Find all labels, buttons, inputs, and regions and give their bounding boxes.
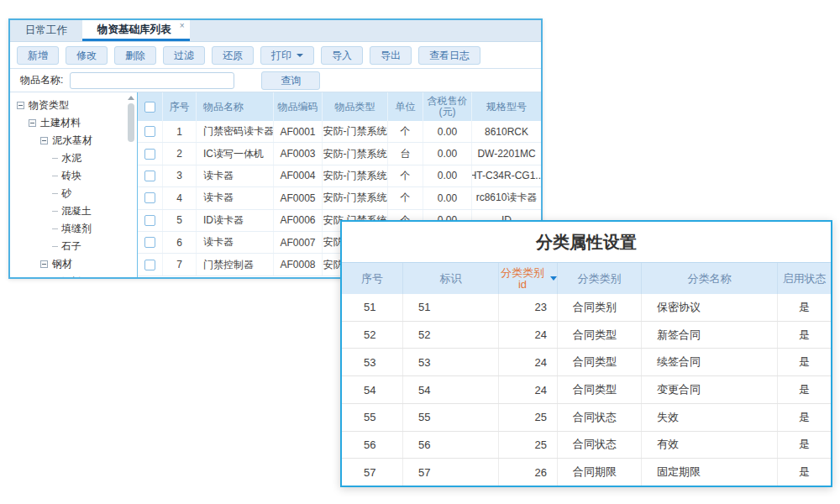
- column-header-item-code[interactable]: 物品编码: [274, 92, 323, 121]
- scroll-up-icon[interactable]: [128, 96, 134, 100]
- column-header-item-type[interactable]: 物品类型: [323, 92, 388, 121]
- item-name-link[interactable]: 门禁控制器: [197, 254, 274, 275]
- import-button[interactable]: 导入: [321, 46, 363, 65]
- item-name-link[interactable]: 门禁密码读卡器: [197, 121, 274, 142]
- item-code-link[interactable]: AF0007: [274, 232, 323, 253]
- table-row[interactable]: 55 55 25 合同状态 失效 是: [342, 404, 831, 432]
- tree-node[interactable]: 填缝剂: [15, 220, 125, 238]
- delete-button[interactable]: 删除: [114, 46, 156, 65]
- item-name-input[interactable]: [70, 72, 234, 89]
- tree-node[interactable]: 土建材料: [15, 114, 125, 132]
- column-header-category-name[interactable]: 分类名称: [642, 263, 778, 294]
- close-tab-icon[interactable]: ×: [180, 21, 185, 30]
- cell-mark: 54: [403, 376, 499, 403]
- item-code-link[interactable]: AF0008: [274, 254, 323, 275]
- item-name-link[interactable]: IC读写一体机: [197, 143, 274, 164]
- tab-bar: 日常工作 物资基础库列表 ×: [10, 20, 541, 42]
- cell-seq: 5: [163, 210, 197, 231]
- sort-desc-icon[interactable]: [550, 276, 557, 281]
- row-checkbox[interactable]: [144, 126, 155, 137]
- column-header-unit[interactable]: 单位: [388, 92, 423, 121]
- column-header-category[interactable]: 分类类别: [558, 263, 642, 294]
- row-checkbox[interactable]: [144, 237, 155, 248]
- table-row[interactable]: 2 IC读写一体机 AF0003 安防-门禁系统 台 0.00 DW-2201M…: [138, 143, 541, 165]
- item-code-link[interactable]: AF0006: [274, 210, 323, 231]
- table-row[interactable]: 3 读卡器 AF0004 安防-门禁系统 个 0.00 HT-C34R-CG1.…: [138, 165, 541, 187]
- item-code-link[interactable]: AF0005: [274, 187, 323, 208]
- cell-price: 0.00: [423, 187, 472, 208]
- cell-mark: 57: [403, 459, 499, 486]
- item-code-link[interactable]: AF0001: [274, 121, 323, 142]
- row-checkbox[interactable]: [144, 171, 155, 181]
- query-button[interactable]: 查询: [261, 71, 320, 90]
- item-name-link[interactable]: ID读卡器: [197, 210, 274, 231]
- filter-button[interactable]: 过滤: [163, 46, 205, 65]
- edit-button[interactable]: 修改: [66, 46, 108, 65]
- column-header-seq[interactable]: 序号: [342, 263, 403, 294]
- collapse-icon[interactable]: [40, 260, 48, 268]
- cell-mark: 51: [403, 294, 499, 321]
- item-name-link[interactable]: 读卡器: [197, 232, 274, 253]
- tree-node[interactable]: 混凝土: [15, 202, 125, 220]
- view-log-button[interactable]: 查看日志: [418, 46, 480, 65]
- tree-node[interactable]: 钢板: [15, 273, 125, 277]
- row-checkbox[interactable]: [144, 260, 155, 270]
- restore-button[interactable]: 还原: [212, 46, 254, 65]
- tree-node[interactable]: 砂: [15, 185, 125, 202]
- table-row[interactable]: 1 门禁密码读卡器 AF0001 安防-门禁系统 个 0.00 8610RCK: [138, 121, 541, 143]
- item-code-link[interactable]: AF0003: [274, 143, 323, 164]
- tree-node[interactable]: 泥水基材: [15, 132, 125, 150]
- item-code-link[interactable]: AF0004: [274, 165, 323, 186]
- table-row[interactable]: 53 53 24 合同类型 续签合同 是: [342, 349, 831, 376]
- column-header-seq[interactable]: 序号: [163, 92, 197, 121]
- tree-node[interactable]: 砖块: [15, 167, 125, 185]
- add-button[interactable]: 新增: [17, 46, 59, 65]
- column-header-item-name[interactable]: 物品名称: [197, 92, 274, 121]
- table-row[interactable]: 4 读卡器 AF0005 安防-门禁系统 个 0.00 rc8610读卡器: [138, 187, 541, 209]
- cell-unit: 个: [388, 121, 423, 142]
- cell-type: 安防-门禁系统: [323, 187, 388, 208]
- row-checkbox[interactable]: [144, 215, 155, 226]
- row-checkbox[interactable]: [144, 192, 155, 203]
- tree-node[interactable]: 物资类型: [15, 97, 125, 114]
- select-all-checkbox[interactable]: [144, 102, 155, 113]
- table-row[interactable]: 51 51 23 合同类别 保密协议 是: [342, 294, 831, 322]
- cell-category: 合同类别: [558, 294, 642, 321]
- tree-node[interactable]: 钢材: [15, 255, 125, 273]
- table-row[interactable]: 57 57 26 合同期限 固定期限 是: [342, 459, 831, 486]
- table-row[interactable]: 54 54 24 合同类型 变更合同 是: [342, 376, 831, 404]
- collapse-icon[interactable]: [29, 119, 36, 127]
- cell-seq: 51: [342, 294, 403, 321]
- cell-category-id: 24: [499, 349, 558, 375]
- column-header-price[interactable]: 含税售价(元): [423, 92, 472, 121]
- table-row[interactable]: 56 56 25 合同状态 有效 是: [342, 432, 831, 459]
- tree-node[interactable]: 水泥: [15, 150, 125, 167]
- tree-scrollbar[interactable]: [126, 94, 136, 276]
- column-header-spec[interactable]: 规格型号: [472, 92, 541, 121]
- column-header-category-id[interactable]: 分类类别id: [499, 263, 558, 294]
- cell-type: 安防-门禁系统: [323, 121, 388, 142]
- cell-enabled: 是: [778, 322, 831, 349]
- cell-price: 0.00: [423, 143, 472, 164]
- cell-category: 合同期限: [558, 459, 642, 486]
- cell-category-name: 续签合同: [642, 349, 778, 375]
- table-row[interactable]: 52 52 24 合同类型 新签合同 是: [342, 322, 831, 349]
- item-name-link[interactable]: 读卡器: [197, 187, 274, 208]
- column-header-mark[interactable]: 标识: [403, 263, 499, 294]
- export-button[interactable]: 导出: [370, 46, 412, 65]
- cell-spec: 8610RCK: [472, 121, 541, 142]
- cell-spec: DW-2201MC: [472, 143, 541, 164]
- tab-daily-work[interactable]: 日常工作: [10, 20, 82, 41]
- collapse-icon[interactable]: [40, 137, 48, 144]
- cell-enabled: 是: [778, 376, 831, 403]
- print-button[interactable]: 打印: [260, 46, 314, 65]
- collapse-icon[interactable]: [17, 102, 24, 109]
- item-name-link[interactable]: 读卡器: [197, 165, 274, 186]
- tree-node[interactable]: 石子: [15, 238, 125, 255]
- column-header-enabled[interactable]: 启用状态: [778, 263, 831, 294]
- tab-materials-list[interactable]: 物资基础库列表 ×: [82, 20, 190, 41]
- scrollbar-thumb[interactable]: [128, 103, 134, 142]
- cell-unit: 个: [388, 165, 423, 186]
- row-checkbox[interactable]: [144, 149, 155, 160]
- cell-spec: HT-C34R-CG1...: [472, 165, 541, 186]
